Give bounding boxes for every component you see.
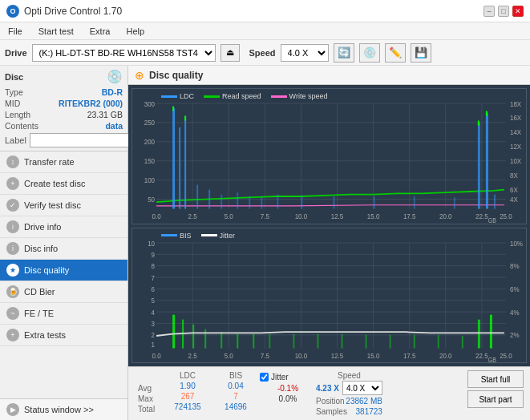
svg-text:22.5: 22.5 (475, 350, 488, 359)
drive-select[interactable]: (K:) HL-DT-ST BD-RE WH16NS58 TST4 (32, 44, 216, 62)
status-window-item[interactable]: ▶ Status window >> (0, 398, 127, 420)
sidebar-item-verify-test-disc[interactable]: ✓ Verify test disc (0, 195, 127, 216)
jitter-checkbox[interactable] (260, 373, 269, 382)
titlebar: O Opti Drive Control 1.70 – □ ✕ (0, 0, 530, 22)
speed-select[interactable]: 4.0 X 1.0 X 2.0 X 8.0 X (281, 44, 329, 62)
svg-text:4: 4 (152, 308, 156, 317)
stats-bis-col: BIS 0.04 7 14696 (212, 370, 260, 412)
svg-rect-64 (132, 228, 526, 363)
sidebar-item-fe-te[interactable]: ~ FE / TE (0, 303, 127, 325)
svg-rect-121 (366, 334, 367, 348)
svg-rect-58 (486, 113, 488, 209)
start-part-button[interactable]: Start part (467, 390, 524, 408)
bottom-stats-area: Avg Max Total LDC 1.90 267 724135 BIS 0.… (128, 366, 530, 420)
disc-contents-label: Contents (5, 121, 38, 131)
stats-avg-label: Avg (135, 383, 164, 394)
svg-rect-51 (277, 195, 278, 209)
position-row: Position 23862 MB (316, 397, 382, 406)
disc-quality-title: Disc quality (149, 70, 203, 81)
svg-text:12.5: 12.5 (331, 212, 344, 220)
sidebar-item-disc-quality[interactable]: ★ Disc quality (0, 260, 127, 281)
stats-speed-header: Speed (316, 370, 382, 381)
svg-rect-55 (414, 196, 415, 209)
refresh-button[interactable]: 🔄 (334, 43, 354, 63)
disc-quality-label: Disc quality (24, 265, 69, 275)
svg-text:12X: 12X (510, 143, 521, 151)
sidebar-item-cd-bier[interactable]: 🍺 CD Bier (0, 281, 127, 303)
sidebar-item-drive-info[interactable]: i Drive info (0, 216, 127, 238)
sidebar: Disc 💿 Type BD-R MID RITEKBR2 (000) Leng… (0, 66, 128, 420)
start-full-button[interactable]: Start full (467, 370, 524, 388)
disc-quality-header: ⊕ Disc quality (128, 66, 530, 85)
write-speed-legend-item: Write speed (271, 92, 328, 100)
svg-rect-47 (220, 195, 222, 209)
position-label: Position (316, 397, 345, 406)
stats-ldc-header: LDC (164, 370, 212, 381)
disc-length-label: Length (5, 110, 30, 119)
jitter-legend-color (201, 234, 217, 236)
stats-table: Avg Max Total LDC 1.90 267 724135 BIS 0.… (128, 366, 530, 420)
svg-text:7.5: 7.5 (261, 350, 269, 359)
disc-icon-button[interactable]: 💿 (359, 43, 380, 63)
sidebar-item-transfer-rate[interactable]: ↕ Transfer rate (0, 151, 127, 173)
bis-legend-item: BIS (161, 232, 192, 240)
svg-text:18X: 18X (510, 99, 521, 108)
menu-extra[interactable]: Extra (87, 25, 114, 38)
jitter-legend-label: Jitter (220, 232, 236, 240)
svg-text:5.0: 5.0 (225, 212, 233, 220)
svg-rect-45 (196, 185, 198, 209)
eject-button[interactable]: ⏏ (220, 44, 240, 62)
speed-dropdown[interactable]: 4.0 X 2.0 X 8.0 X (342, 381, 382, 395)
status-window-icon: ▶ (6, 403, 19, 416)
disc-label-input[interactable] (30, 133, 136, 147)
stats-ldc-avg: 1.90 (164, 381, 212, 391)
svg-rect-57 (478, 123, 480, 209)
svg-text:10: 10 (148, 238, 155, 247)
create-test-disc-icon: + (6, 177, 19, 190)
svg-rect-60 (172, 107, 174, 111)
svg-text:50: 50 (148, 196, 155, 204)
menu-start-test[interactable]: Start test (35, 25, 77, 38)
ldc-legend-color (161, 95, 177, 98)
svg-text:2%: 2% (510, 330, 520, 339)
write-button[interactable]: ✏️ (385, 43, 406, 63)
close-button[interactable]: ✕ (512, 6, 524, 17)
position-val: 23862 MB (346, 397, 382, 406)
svg-text:16X: 16X (510, 114, 521, 123)
svg-rect-48 (237, 192, 238, 208)
svg-rect-0 (132, 89, 526, 224)
jitter-legend-item: Jitter (201, 232, 236, 240)
svg-rect-116 (253, 333, 254, 348)
svg-text:100: 100 (144, 176, 155, 185)
svg-rect-54 (374, 196, 375, 209)
transfer-rate-label: Transfer rate (24, 157, 75, 167)
sidebar-item-create-test-disc[interactable]: + Create test disc (0, 173, 127, 195)
svg-text:8: 8 (152, 261, 156, 270)
menu-file[interactable]: File (5, 25, 26, 38)
svg-rect-49 (249, 196, 250, 209)
svg-text:15.0: 15.0 (367, 212, 380, 220)
sidebar-item-extra-tests[interactable]: + Extra tests (0, 325, 127, 346)
samples-label: Samples (316, 407, 347, 416)
ldc-chart-legend: LDC Read speed Write speed (156, 91, 332, 102)
svg-text:5: 5 (152, 296, 156, 305)
disc-info-icon: i (6, 242, 19, 255)
maximize-button[interactable]: □ (498, 6, 509, 17)
svg-rect-124 (438, 334, 439, 348)
stats-bis-max: 7 (212, 391, 260, 402)
minimize-button[interactable]: – (483, 6, 495, 17)
sidebar-bottom: ▶ Status window >> (0, 398, 127, 420)
stats-bis-avg: 0.04 (212, 381, 260, 391)
disc-mid-value: RITEKBR2 (000) (59, 99, 123, 108)
drive-info-icon: i (6, 220, 19, 233)
sidebar-item-disc-info[interactable]: i Disc info (0, 238, 127, 260)
svg-text:7.5: 7.5 (261, 212, 269, 220)
disc-length-value: 23.31 GB (87, 110, 123, 119)
svg-text:25.0: 25.0 (500, 350, 512, 359)
svg-rect-127 (490, 314, 492, 348)
save-button[interactable]: 💾 (411, 43, 431, 63)
svg-text:20.0: 20.0 (439, 350, 452, 359)
svg-rect-117 (269, 333, 270, 348)
svg-rect-115 (237, 333, 238, 348)
menu-help[interactable]: Help (123, 25, 148, 38)
